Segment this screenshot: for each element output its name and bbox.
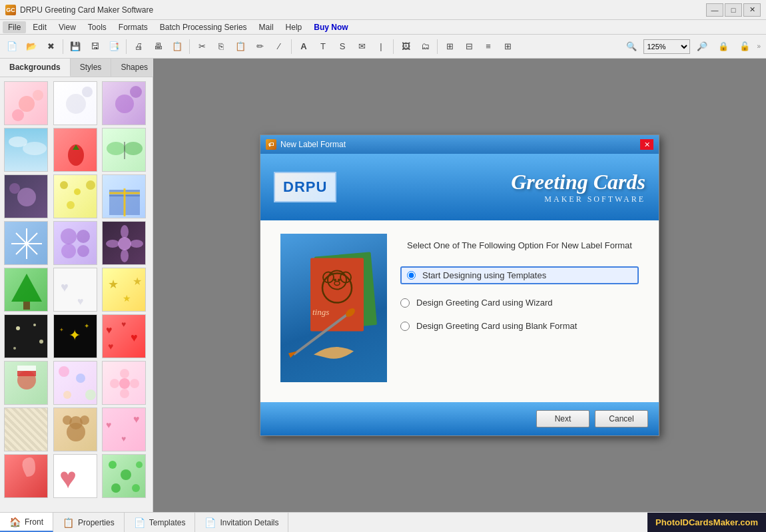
svg-point-86 xyxy=(334,279,336,282)
toolbar-print[interactable]: 🖨 xyxy=(129,37,148,56)
dialog-title-text: New Label Format xyxy=(280,140,346,149)
status-tab-front[interactable]: 🏠 Front xyxy=(0,513,53,532)
thumbnail-8[interactable] xyxy=(53,174,97,218)
maximize-button[interactable]: □ xyxy=(725,3,742,17)
thumbnail-26[interactable]: ♥ xyxy=(53,454,97,498)
greeting-logo: Greeting Cards MAKER SOFTWARE xyxy=(350,170,645,204)
toolbar-zoom-in[interactable]: 🔍 xyxy=(622,37,641,56)
menu-edit[interactable]: Edit xyxy=(27,21,52,33)
menu-mail[interactable]: Mail xyxy=(254,21,279,33)
thumbnail-4[interactable] xyxy=(4,128,48,172)
thumbnail-19[interactable] xyxy=(4,361,48,405)
toolbar-email[interactable]: ✉ xyxy=(352,37,371,56)
thumbnail-3[interactable] xyxy=(102,81,146,125)
option-blank-label[interactable]: Design Greeting Card using Blank Format xyxy=(416,321,577,331)
thumbnail-18[interactable]: ♥♥♥♥ xyxy=(102,314,146,358)
thumbnail-7[interactable] xyxy=(4,174,48,218)
toolbar-text[interactable]: A xyxy=(294,37,313,56)
radio-templates[interactable] xyxy=(407,271,416,280)
toolbar-close[interactable]: ✖ xyxy=(41,37,60,56)
thumbnail-24[interactable]: ♥♥♥ xyxy=(102,407,146,451)
thumbnail-15[interactable]: ★★★ xyxy=(102,268,146,312)
option-templates[interactable]: Start Designing using Templates xyxy=(400,266,639,284)
toolbar-copy[interactable]: ⎘ xyxy=(212,37,230,56)
close-button[interactable]: ✕ xyxy=(743,3,761,17)
cancel-button[interactable]: Cancel xyxy=(595,410,648,427)
thumbnail-1[interactable] xyxy=(4,81,48,125)
toolbar-new[interactable]: 📄 xyxy=(3,37,21,56)
toolbar-print2[interactable]: 🖶 xyxy=(149,37,167,56)
next-button[interactable]: Next xyxy=(536,410,589,427)
svg-point-0 xyxy=(19,96,35,112)
toolbar-img1[interactable]: 🖼 xyxy=(396,37,415,56)
thumbnail-13[interactable] xyxy=(4,268,48,312)
toolbar-lock[interactable]: 🔒 xyxy=(714,37,733,56)
option-templates-label[interactable]: Start Designing using Templates xyxy=(422,270,546,280)
radio-blank[interactable] xyxy=(400,322,410,331)
thumbnail-22[interactable] xyxy=(4,407,48,451)
menu-batch[interactable]: Batch Processing Series xyxy=(155,21,252,33)
thumbnail-6[interactable] xyxy=(102,128,146,172)
menu-buynow[interactable]: Buy Now xyxy=(308,21,353,33)
option-wizard-label[interactable]: Design Greeting Card using Wizard xyxy=(416,298,552,308)
thumbnail-11[interactable] xyxy=(53,221,97,265)
menu-formats[interactable]: Formats xyxy=(113,21,153,33)
thumbnail-14[interactable]: ♥♥ xyxy=(53,268,97,312)
tab-styles[interactable]: Styles xyxy=(71,59,112,77)
thumbnail-27[interactable] xyxy=(102,454,146,498)
toolbar-save[interactable]: 💾 xyxy=(66,37,85,56)
thumbnails-area[interactable]: ♥♥ ★★★ ✦✦✦ ♥♥♥♥ xyxy=(0,77,153,512)
svg-text:★: ★ xyxy=(133,276,142,287)
toolbar-zoom-search[interactable]: 🔎 xyxy=(693,37,711,56)
thumbnail-2[interactable] xyxy=(53,81,97,125)
dialog-close-button[interactable]: ✕ xyxy=(640,139,653,150)
toolbar-text2[interactable]: T xyxy=(314,37,332,56)
zoom-select[interactable]: 125% 50% 75% 100% 150% 200% xyxy=(643,39,690,54)
menu-file[interactable]: File xyxy=(3,21,26,33)
toolbar-cut[interactable]: ✂ xyxy=(192,37,211,56)
thumbnail-12[interactable] xyxy=(102,221,146,265)
toolbar-align1[interactable]: ⊞ xyxy=(440,37,459,56)
menu-tools[interactable]: Tools xyxy=(83,21,112,33)
status-tab-invitation[interactable]: 📄 Invitation Details xyxy=(195,513,288,532)
menu-help[interactable]: Help xyxy=(280,21,308,33)
left-panel: Backgrounds Styles Shapes xyxy=(0,59,153,512)
toolbar-lock2[interactable]: 🔓 xyxy=(735,37,754,56)
tab-backgrounds[interactable]: Backgrounds xyxy=(0,59,71,77)
radio-wizard[interactable] xyxy=(400,298,410,308)
toolbar-line[interactable]: ⁄ xyxy=(270,37,288,56)
thumbnail-16[interactable] xyxy=(4,314,48,358)
svg-point-87 xyxy=(338,279,340,282)
toolbar-img2[interactable]: 🗂 xyxy=(416,37,434,56)
minimize-button[interactable]: — xyxy=(706,3,723,17)
thumbnail-25[interactable] xyxy=(4,454,48,498)
thumbnail-10[interactable] xyxy=(4,221,48,265)
thumbnail-21[interactable] xyxy=(102,361,146,405)
toolbar-table[interactable]: ⊞ xyxy=(498,37,517,56)
svg-point-1 xyxy=(33,90,43,101)
toolbar-line2[interactable]: | xyxy=(372,37,390,56)
new-label-dialog: 🏷 New Label Format ✕ DRPU Greeting Cards… xyxy=(260,134,659,436)
toolbar-save2[interactable]: 🖫 xyxy=(85,37,104,56)
toolbar-print3[interactable]: 📋 xyxy=(168,37,187,56)
toolbar-open[interactable]: 📂 xyxy=(22,37,41,56)
thumbnail-20[interactable] xyxy=(53,361,97,405)
toolbar-save3[interactable]: 📑 xyxy=(105,37,123,56)
tab-shapes[interactable]: Shapes xyxy=(111,59,158,77)
toolbar-align3[interactable]: ≡ xyxy=(479,37,498,56)
toolbar-draw[interactable]: ✏ xyxy=(250,37,269,56)
status-tab-properties[interactable]: 📋 Properties xyxy=(53,513,125,532)
toolbar-paste[interactable]: 📋 xyxy=(231,37,250,56)
toolbar-wordart[interactable]: S xyxy=(333,37,352,56)
toolbar-align2[interactable]: ⊟ xyxy=(460,37,478,56)
option-wizard[interactable]: Design Greeting Card using Wizard xyxy=(400,298,639,308)
menu-view[interactable]: View xyxy=(53,21,81,33)
thumbnail-23[interactable] xyxy=(53,407,97,451)
properties-icon: 📋 xyxy=(63,517,74,528)
thumbnail-17[interactable]: ✦✦✦ xyxy=(53,314,97,358)
svg-point-58 xyxy=(59,366,69,377)
thumbnail-5[interactable] xyxy=(53,128,97,172)
option-blank[interactable]: Design Greeting Card using Blank Format xyxy=(400,321,639,331)
status-tab-templates[interactable]: 📄 Templates xyxy=(125,513,196,532)
thumbnail-9[interactable] xyxy=(102,174,146,218)
